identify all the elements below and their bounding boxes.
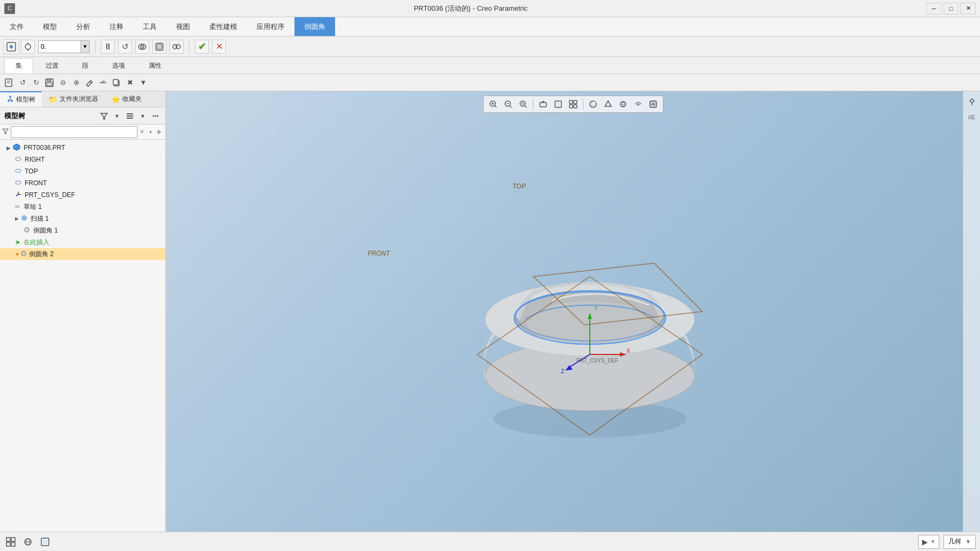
playback-icon[interactable]: ▶: [922, 538, 928, 546]
tree-item-top[interactable]: TOP: [0, 165, 165, 177]
menu-flex-modeling[interactable]: 柔性建模: [200, 17, 247, 36]
playback-expand[interactable]: ▼: [930, 539, 935, 545]
tb2-delete[interactable]: ✖: [124, 77, 136, 89]
tree-item-insert-label: 在此插入: [24, 238, 49, 247]
confirm-btn[interactable]: ✔: [195, 40, 209, 54]
maximize-button[interactable]: □: [944, 3, 959, 15]
tree-settings-btn[interactable]: ▾: [137, 111, 148, 121]
svg-rect-30: [127, 115, 133, 117]
radius-input[interactable]: 0.: [38, 40, 81, 53]
titlebar: C PRT0036 (活动的) - Creo Parametric ─ □ ✕: [0, 0, 980, 17]
menu-annotation[interactable]: 注释: [100, 17, 133, 36]
svg-text:d=: d=: [102, 79, 106, 83]
svg-point-33: [155, 115, 157, 117]
root-arrow: [6, 145, 11, 151]
tree-item-fillet1[interactable]: 倒圆角 1: [0, 224, 165, 236]
tree-item-front[interactable]: FRONT: [0, 177, 165, 189]
tree-view-btn[interactable]: ▾: [112, 111, 122, 121]
rmt-btn1[interactable]: [966, 96, 978, 108]
close-button[interactable]: ✕: [961, 3, 976, 15]
rmt-btn2[interactable]: itE: [966, 111, 978, 124]
tree-filter-btn[interactable]: [99, 111, 109, 121]
vp-datum-planes[interactable]: [632, 98, 645, 111]
subtab-segment[interactable]: 段: [71, 57, 100, 74]
tree-item-sketch1[interactable]: ✏ 草绘 1: [0, 201, 165, 213]
tree-list-btn[interactable]: [125, 111, 135, 121]
pause-btn[interactable]: ⏸: [101, 40, 115, 54]
tb2-edit[interactable]: [84, 77, 96, 89]
viewport[interactable]: TOP FRONT RIGHT Y X Z PRT_CSYS_DEF TOP F…: [166, 91, 980, 532]
vp-zoom-fit[interactable]: [517, 98, 530, 111]
panel-tab-favorites[interactable]: ⭐ 收藏夹: [105, 91, 148, 107]
menu-applications[interactable]: 应用程序: [247, 17, 294, 36]
tb2-new[interactable]: [3, 77, 15, 89]
subtab-set[interactable]: 集: [4, 58, 33, 74]
viewport-toolbar: [483, 96, 663, 113]
tree-item-right-label: RIGHT: [25, 156, 45, 163]
preview-btn3[interactable]: [170, 40, 184, 54]
status-icon-window[interactable]: [39, 535, 52, 548]
status-icon-sphere[interactable]: [21, 535, 34, 548]
vp-orient[interactable]: [537, 98, 550, 111]
tree-search-input[interactable]: [11, 126, 137, 138]
snap-btn[interactable]: [21, 40, 35, 54]
search-add-btn[interactable]: +: [155, 128, 163, 136]
search-expand-btn[interactable]: ▾: [146, 128, 155, 136]
preview-btn1[interactable]: [135, 40, 149, 54]
tree-item-root-label: PRT0036.PRT: [24, 144, 65, 151]
menu-analysis[interactable]: 分析: [67, 17, 100, 36]
menu-fillet[interactable]: 倒圆角: [294, 17, 335, 36]
tb2-minus[interactable]: ⊖: [57, 77, 69, 89]
radius-dropdown[interactable]: ▼: [81, 40, 90, 53]
panel-tab-model-tree[interactable]: 模型树: [0, 91, 42, 107]
tree-item-right[interactable]: RIGHT: [0, 154, 165, 165]
status-icon-grid[interactable]: [4, 535, 17, 548]
vp-wireframe[interactable]: [602, 98, 615, 111]
undo-preview-btn[interactable]: ↺: [118, 40, 132, 54]
svg-point-48: [23, 252, 25, 255]
tb2-copy[interactable]: [111, 77, 122, 89]
vp-section[interactable]: [552, 98, 565, 111]
cancel-btn[interactable]: ✕: [212, 40, 226, 54]
tree-item-front-label: FRONT: [25, 179, 47, 187]
tree-item-fillet2[interactable]: ✦ 倒圆角 2: [0, 248, 165, 260]
tb2-plus[interactable]: ⊕: [70, 77, 82, 89]
svg-text:X: X: [626, 347, 631, 354]
search-clear-btn[interactable]: ✕: [137, 128, 146, 136]
vp-display-style[interactable]: [647, 98, 660, 111]
window-controls: ─ □ ✕: [926, 3, 976, 15]
status-right: ▶ ▼ 几何 ▼: [918, 535, 976, 549]
tb2-save[interactable]: [43, 77, 55, 89]
subtab-transition[interactable]: 过渡: [34, 57, 70, 74]
tree-item-insert[interactable]: ➤ 在此插入: [0, 236, 165, 248]
vp-appearance[interactable]: [617, 98, 630, 111]
panel-tab-folder[interactable]: 📁 文件夹浏览器: [42, 91, 105, 107]
vp-zoom-in[interactable]: [487, 98, 500, 111]
minimize-button[interactable]: ─: [926, 3, 941, 15]
svg-rect-29: [127, 113, 133, 114]
menu-tools[interactable]: 工具: [133, 17, 166, 36]
top-label: TOP: [513, 183, 525, 190]
tb2-more[interactable]: ▼: [137, 77, 149, 89]
panel-tab-model-tree-label: 模型树: [16, 95, 35, 104]
menu-model[interactable]: 模型: [33, 17, 67, 36]
sweep-icon: [21, 215, 27, 223]
tree-extra-btn[interactable]: [150, 111, 161, 121]
view-mode-label: 几何: [948, 537, 961, 546]
subtab-properties[interactable]: 属性: [137, 57, 173, 74]
tb2-undo[interactable]: ↺: [17, 77, 28, 89]
model-display-btn[interactable]: [3, 39, 19, 54]
vp-zoom-out[interactable]: [502, 98, 515, 111]
tree-item-root[interactable]: PRT0036.PRT: [0, 142, 165, 154]
view-mode-dropdown[interactable]: 几何 ▼: [944, 535, 976, 549]
vp-view-mgr[interactable]: [567, 98, 580, 111]
menu-file[interactable]: 文件: [0, 17, 33, 36]
subtab-options[interactable]: 选项: [101, 57, 136, 74]
vp-shade[interactable]: [587, 98, 599, 111]
menu-view[interactable]: 视图: [166, 17, 200, 36]
tb2-dim[interactable]: d=: [97, 77, 109, 89]
tree-item-csys[interactable]: PRT_CSYS_DEF: [0, 189, 165, 201]
preview-btn2[interactable]: [152, 40, 166, 54]
tb2-redo[interactable]: ↻: [30, 77, 42, 89]
tree-item-sweep1[interactable]: ▶ 扫描 1: [0, 213, 165, 224]
